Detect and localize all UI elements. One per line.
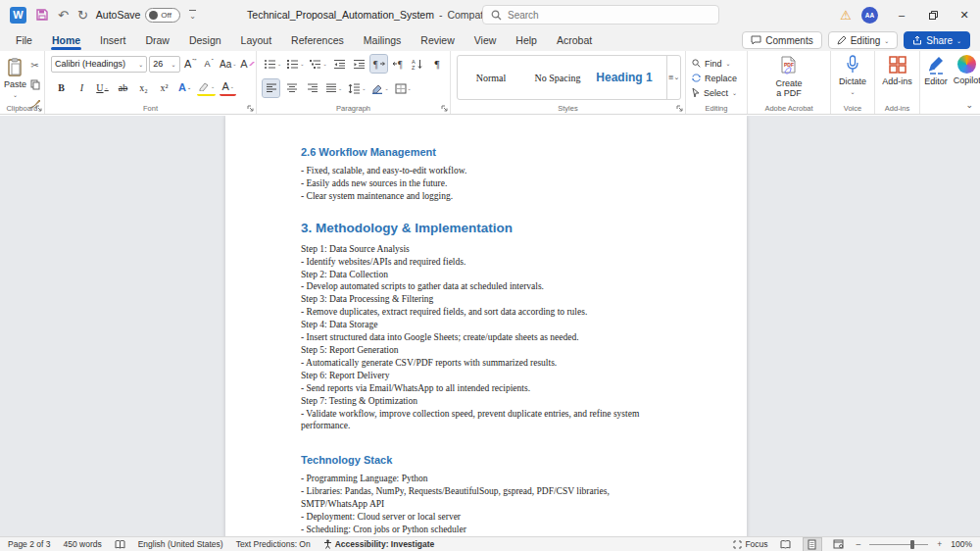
document-paragraph[interactable]: Step 3: Data Processing & Filtering [301, 293, 671, 306]
document-paragraph[interactable]: - Validate workflow, improve collection … [301, 408, 671, 433]
document-page[interactable]: 2.6 Workflow Management- Fixed, scalable… [225, 116, 747, 536]
document-paragraph[interactable]: - Programming Language: Python [301, 473, 671, 485]
editor-button[interactable]: Editor [924, 51, 948, 102]
strikethrough-button[interactable]: ab [115, 78, 131, 96]
dictate-button[interactable]: Dictate ⌄ [831, 51, 874, 102]
minimize-button[interactable]: – [886, 0, 917, 29]
paste-button[interactable]: Paste ⌄ [4, 54, 26, 105]
line-spacing-button[interactable]: ⌄ [347, 79, 367, 97]
document-paragraph[interactable]: Technology Stack [301, 454, 671, 467]
pilcrow-button[interactable]: ¶ [429, 55, 446, 73]
document-paragraph[interactable]: - Develop automated scripts to gather da… [301, 280, 671, 293]
document-paragraph[interactable]: - Insert structured data into Google She… [301, 331, 671, 344]
styles-gallery-more[interactable]: ≡⌄ [666, 56, 680, 99]
search-input[interactable] [508, 10, 684, 21]
document-paragraph[interactable]: Step 1: Data Source Analysis [301, 243, 671, 256]
highlight-button[interactable]: ⌄ [197, 78, 216, 96]
document-paragraph[interactable]: - Easily adds new sources in the future. [301, 177, 671, 190]
ribbon-tab[interactable]: Review [411, 31, 464, 50]
justify-button[interactable]: ⌄ [324, 79, 343, 97]
alert-icon[interactable]: ⚠ [840, 8, 852, 23]
document-paragraph[interactable]: Step 6: Report Delivery [301, 370, 671, 382]
create-pdf-button[interactable]: PDF Create a PDF [748, 51, 830, 102]
borders-button[interactable]: ⌄ [394, 79, 413, 97]
undo-icon[interactable]: ↶ [58, 9, 69, 22]
ribbon-tab[interactable]: Draw [135, 31, 179, 50]
read-mode-button[interactable] [777, 538, 795, 551]
document-paragraph[interactable]: - Libraries: Pandas, NumPy, Requests/Bea… [301, 485, 671, 511]
document-paragraph[interactable]: Step 4: Data Storage [301, 319, 671, 331]
change-case-button[interactable]: Aa⌄ [220, 55, 237, 73]
avatar[interactable]: AA [861, 7, 878, 24]
document-paragraph[interactable]: 3. Methodology & Implementation [301, 221, 671, 236]
multilevel-list-button[interactable]: ⌄ [308, 55, 327, 73]
font-name-select[interactable]: Calibri (Headings) ⌄ [51, 56, 147, 73]
ribbon-tab[interactable]: Design [179, 31, 231, 50]
document-paragraph[interactable]: - Identify websites/APIs and required fi… [301, 256, 671, 269]
clear-formatting-button[interactable]: A [239, 55, 256, 73]
quick-access-customize-icon[interactable]: ⌄ [189, 10, 196, 21]
ribbon-tab[interactable]: File [6, 31, 42, 50]
italic-button[interactable]: I [74, 78, 90, 96]
autosave-toggle[interactable]: Off [145, 8, 180, 23]
word-logo-icon[interactable]: W [10, 7, 26, 24]
text-effects-button[interactable]: A⌄ [176, 78, 193, 96]
cut-icon[interactable]: ✂ [26, 56, 43, 74]
comments-button[interactable]: Comments [742, 31, 821, 49]
right-to-left-button[interactable]: ¶ [390, 55, 407, 73]
addins-button[interactable]: Add-ins [875, 51, 919, 102]
collapse-ribbon-icon[interactable]: ⌄ [965, 100, 973, 110]
ribbon-tab[interactable]: References [281, 31, 354, 50]
ribbon-tab[interactable]: View [465, 31, 507, 50]
editing-mode-button[interactable]: Editing ⌄ [828, 31, 899, 49]
print-layout-button[interactable] [804, 538, 821, 551]
subscript-button[interactable]: x₂ [135, 78, 152, 96]
grow-font-button[interactable]: Aˇ″ [182, 55, 199, 73]
close-button[interactable]: ✕ [949, 0, 980, 29]
sort-button[interactable]: AZ [410, 55, 426, 73]
accessibility-status[interactable]: Accessibility: Investigate [323, 539, 435, 549]
redo-icon[interactable]: ↻ [77, 9, 88, 22]
ribbon-tab[interactable]: Insert [90, 31, 135, 50]
shading-button[interactable]: ⌄ [370, 79, 389, 97]
proofing-icon[interactable] [115, 540, 125, 549]
zoom-level[interactable]: 100% [951, 539, 972, 549]
bold-button[interactable]: B [53, 78, 70, 96]
font-size-select[interactable]: 26 ⌄ [149, 56, 179, 73]
shrink-font-button[interactable]: Aˇ [201, 55, 218, 73]
numbering-button[interactable]: ⌄ [285, 55, 305, 73]
copy-icon[interactable] [26, 75, 43, 93]
document-paragraph[interactable]: - Clear system maintenance and logging. [301, 190, 671, 203]
style-item[interactable]: Heading 1 [591, 56, 658, 99]
decrease-indent-button[interactable] [331, 55, 348, 73]
share-button[interactable]: Share ⌄ [904, 31, 970, 49]
ribbon-tab[interactable]: Mailings [354, 31, 412, 50]
zoom-slider[interactable] [869, 544, 928, 545]
left-to-right-button[interactable]: ¶ [370, 55, 387, 73]
align-left-button[interactable] [263, 79, 279, 97]
bullets-button[interactable]: ⌄ [263, 55, 282, 73]
document-paragraph[interactable]: Step 5: Report Generation [301, 344, 671, 357]
document-paragraph[interactable]: Step 2: Data Collection [301, 269, 671, 281]
align-center-button[interactable] [283, 79, 300, 97]
align-right-button[interactable] [304, 79, 320, 97]
style-item[interactable]: Normal [458, 56, 524, 99]
restore-button[interactable] [917, 0, 949, 29]
word-count[interactable]: 450 words [63, 539, 101, 549]
document-paragraph[interactable]: Step 7: Testing & Optimization [301, 395, 671, 408]
text-predictions[interactable]: Text Predictions: On [236, 539, 311, 549]
increase-indent-button[interactable] [351, 55, 368, 73]
page-indicator[interactable]: Page 2 of 3 [8, 539, 50, 549]
zoom-in-button[interactable]: + [937, 539, 942, 549]
replace-button[interactable]: Replace [686, 71, 747, 85]
select-button[interactable]: Select ⌄ [686, 85, 747, 100]
web-layout-button[interactable] [830, 538, 848, 551]
language-indicator[interactable]: English (United States) [138, 539, 223, 549]
document-paragraph[interactable]: - Send reports via Email/WhatsApp to all… [301, 382, 671, 395]
superscript-button[interactable]: x² [156, 78, 172, 96]
underline-button[interactable]: U⌄ [94, 78, 111, 96]
ribbon-tab[interactable]: Acrobat [547, 31, 602, 50]
ribbon-tab[interactable]: Layout [231, 31, 282, 50]
focus-button[interactable]: Focus [733, 539, 767, 549]
zoom-out-button[interactable]: – [857, 539, 861, 549]
